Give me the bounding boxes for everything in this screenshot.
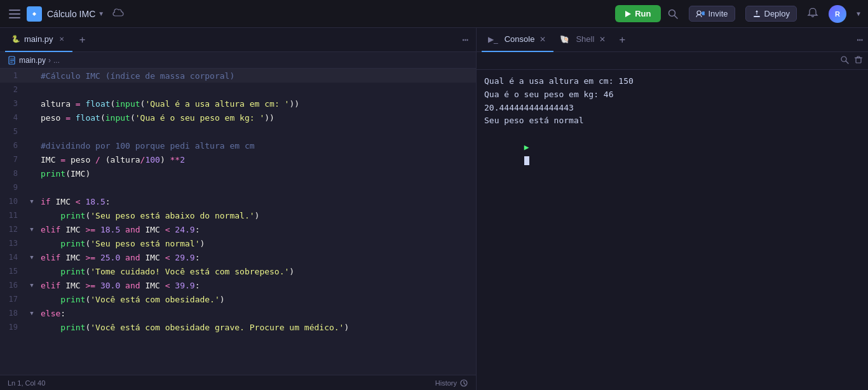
line-number-5: 5 [0,124,25,138]
sidebar-toggle[interactable] [8,7,22,21]
line-number-8: 8 [0,166,25,180]
code-row-15: 15 print('Tome cuidado! Você está com so… [0,264,476,278]
console-menu-icon[interactable]: ⋯ [857,34,863,46]
line-gutter-16[interactable]: ▼ [25,278,38,292]
history-icon [459,379,468,387]
line-number-17: 17 [0,292,25,306]
line-code-6[interactable]: #dividindo por 100 porque pedi altura em… [38,138,476,152]
line-number-11: 11 [0,208,25,222]
line-code-17[interactable]: print('Você está com obesidade.') [38,292,476,306]
line-gutter-5 [25,124,38,138]
line-code-15[interactable]: print('Tome cuidado! Você está com sobre… [38,264,476,278]
deploy-button[interactable]: Deploy [745,6,797,22]
line-code-14[interactable]: elif IMC >= 25.0 and IMC < 29.9: [38,250,476,264]
tab-main-py[interactable]: 🐍 main.py ✕ [5,28,72,52]
tab-add-button[interactable]: + [75,32,90,48]
console-search-icon[interactable] [840,55,849,66]
console-line-2: Qua é o seu peso em kg: 46 [484,88,860,102]
invite-button[interactable]: Invite [689,6,735,22]
svg-rect-10 [754,16,760,17]
editor-tabs: 🐍 main.py ✕ + ⋯ [0,28,476,52]
code-row-4: 4 peso = float(input('Qua é o seu peso e… [0,111,476,124]
console-output[interactable]: Qual é a usa altura em cm: 150 Qua é o s… [477,70,868,390]
breadcrumb-sep: › [48,56,51,65]
code-row-14: 14 ▼ elif IMC >= 25.0 and IMC < 29.9: [0,250,476,264]
line-number-1: 1 [0,69,25,83]
line-code-3[interactable]: altura = float(input('Qual é a usa altur… [38,97,476,111]
line-number-6: 6 [0,138,25,152]
console-line-1: Qual é a usa altura em cm: 150 [484,75,860,88]
svg-line-5 [675,15,678,18]
line-code-5[interactable] [38,124,476,138]
line-number-18: 18 [0,306,25,320]
line-gutter-1 [25,69,38,83]
console-tab-close-icon[interactable]: ✕ [538,35,547,44]
line-gutter-14[interactable]: ▼ [25,250,38,264]
tab-close-icon[interactable]: ✕ [57,35,66,44]
line-gutter-12[interactable]: ▼ [25,222,38,236]
console-cursor [524,156,529,165]
main-layout: 🐍 main.py ✕ + ⋯ main.py › ... [0,28,868,390]
tab-console[interactable]: ▶_ Console ✕ [482,28,553,52]
tab-menu-icon[interactable]: ⋯ [459,34,471,46]
shell-tab-close-icon[interactable]: ✕ [598,35,607,44]
line-code-8[interactable]: print(IMC) [38,166,476,180]
line-code-10[interactable]: if IMC < 18.5: [38,194,476,208]
project-name[interactable]: Cálculo IMC ▼ [47,9,104,19]
line-gutter-18[interactable]: ▼ [25,306,38,320]
svg-point-6 [697,11,701,15]
svg-rect-0 [9,10,20,11]
code-row-13: 13 print('Seu peso está normal') [0,236,476,250]
code-row-12: 12 ▼ elif IMC >= 18.5 and IMC < 24.9: [0,222,476,236]
avatar-chevron-icon[interactable]: ▼ [857,10,860,17]
breadcrumb: main.py › ... [0,52,476,69]
console-tab-add-button[interactable]: + [614,32,630,48]
console-panel: ▶_ Console ✕ 🐚 Shell ✕ + ⋯ [477,28,868,390]
line-gutter-4 [25,111,38,124]
line-number-13: 13 [0,236,25,250]
code-row-6: 6 #dividindo por 100 porque pedi altura … [0,138,476,152]
line-number-4: 4 [0,111,25,124]
console-prompt-line: ▶ [484,128,860,180]
console-line-4: Seu peso está normal [484,114,860,128]
code-row-7: 7 IMC = peso / (altura/100) **2 [0,152,476,166]
code-area[interactable]: 1 #Cálculo IMC (índice de massa corporal… [0,69,476,375]
line-code-12[interactable]: elif IMC >= 18.5 and IMC < 24.9: [38,222,476,236]
line-code-19[interactable]: print('Você está com obesidade grave. Pr… [38,320,476,334]
line-code-18[interactable]: else: [38,306,476,320]
run-label: Run [635,9,651,18]
run-button[interactable]: Run [615,5,661,22]
avatar[interactable]: R [829,5,846,23]
console-tab-label: Console [505,34,535,44]
line-code-13[interactable]: print('Seu peso está normal') [38,236,476,250]
line-code-1[interactable]: #Cálculo IMC (índice de massa corporal) [38,69,476,83]
editor-panel: 🐍 main.py ✕ + ⋯ main.py › ... [0,28,477,390]
line-code-16[interactable]: elif IMC >= 30.0 and IMC < 39.9: [38,278,476,292]
line-code-4[interactable]: peso = float(input('Qua é o seu peso em … [38,111,476,124]
search-icon[interactable] [667,8,679,20]
tab-shell[interactable]: 🐚 Shell ✕ [553,28,613,52]
line-code-9[interactable] [38,180,476,194]
code-row-16: 16 ▼ elif IMC >= 30.0 and IMC < 39.9: [0,278,476,292]
file-icon [8,56,17,65]
code-row-5: 5 [0,124,476,138]
line-code-2[interactable] [38,83,476,97]
line-code-11[interactable]: print('Seu peso está abaixo do normal.') [38,208,476,222]
project-icon [27,6,42,22]
history-button[interactable]: History [435,379,468,387]
console-trash-icon[interactable] [854,55,863,66]
console-tabs: ▶_ Console ✕ 🐚 Shell ✕ + ⋯ [477,28,868,52]
status-bar: Ln 1, Col 40 History [0,375,476,390]
line-number-15: 15 [0,264,25,278]
console-prompt-symbol: ▶ [524,142,529,152]
breadcrumb-dots: ... [53,56,60,65]
code-row-8: 8 print(IMC) [0,166,476,180]
line-code-7[interactable]: IMC = peso / (altura/100) **2 [38,152,476,166]
status-bar-right: History [435,379,468,387]
console-prefix-icon: ▶_ [488,35,498,44]
svg-rect-2 [9,17,20,18]
line-number-2: 2 [0,83,25,97]
notification-icon[interactable] [807,7,818,21]
code-row-10: 10 ▼ if IMC < 18.5: [0,194,476,208]
line-gutter-10[interactable]: ▼ [25,194,38,208]
